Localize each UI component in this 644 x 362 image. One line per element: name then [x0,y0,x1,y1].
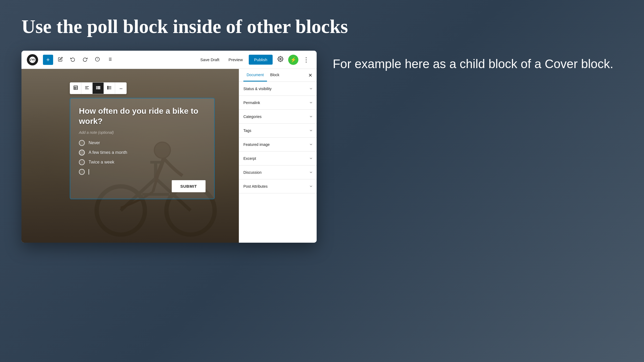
poll-submit-button[interactable]: SUBMIT [172,180,206,192]
bullet-list-icon [107,85,112,91]
chevron-down-icon-4: › [308,143,314,145]
more-dots-icon: ⋮ [303,57,309,63]
poll-block[interactable]: How often do you ride a bike to work? Ad… [70,98,215,199]
poll-option-4[interactable] [79,169,206,175]
block-alignment-toolbar: ··· [70,82,127,94]
sidebar-close-button[interactable]: ✕ [307,71,313,79]
block-list-button[interactable] [105,55,115,65]
sidebar-section-status: Status & visibility › [239,82,317,96]
chevron-down-icon-2: › [308,116,314,117]
sidebar-section-discussion-header[interactable]: Discussion › [239,165,317,179]
chevron-down-icon-3: › [308,130,314,131]
chevron-down-icon-7: › [308,185,314,187]
sidebar-section-categories-header[interactable]: Categories › [239,110,317,123]
jetpack-button[interactable]: ⚡ [288,55,298,65]
side-description-area: For example here as a child block of a C… [333,51,623,72]
poll-note-placeholder[interactable]: Add a note (optional) [79,130,206,135]
info-button[interactable] [92,55,103,65]
settings-button[interactable] [275,55,286,65]
tab-document[interactable]: Document [243,69,267,82]
pencil-icon [58,57,63,63]
align-right-button[interactable] [104,83,115,94]
sidebar-section-post-attributes-label: Post Attributes [243,184,268,189]
table-icon [73,85,78,91]
poll-option-label-2: A few times a month [89,150,127,155]
publish-button[interactable]: Publish [249,55,273,65]
page-title: Use the poll block inside of other block… [21,16,623,37]
radio-never[interactable] [79,140,85,146]
svg-point-9 [280,58,281,60]
sidebar-section-featured-image-label: Featured image [243,142,270,147]
sidebar-section-post-attributes-header[interactable]: Post Attributes › [239,179,317,193]
poll-option-3[interactable]: Twice a week [79,159,206,165]
sidebar-section-tags-label: Tags [243,128,251,133]
sidebar-section-discussion: Discussion › [239,165,317,179]
undo-button[interactable] [68,55,78,65]
edit-button[interactable] [55,55,65,65]
gear-icon [277,56,283,63]
svg-point-34 [107,86,108,87]
close-icon: ✕ [308,73,312,78]
more-block-options-button[interactable]: ··· [115,83,126,94]
radio-custom[interactable] [79,169,85,175]
undo-icon [70,57,75,63]
sidebar-section-permalink-header[interactable]: Permalink › [239,96,317,109]
svg-point-36 [107,88,108,89]
sidebar-section-featured-image-header[interactable]: Featured image › [239,138,317,151]
poll-option-1[interactable]: Never [79,140,206,146]
chevron-down-icon-5: › [308,157,314,159]
redo-icon [83,57,87,63]
tab-block[interactable]: Block [267,69,283,82]
content-area: + [21,51,623,351]
sidebar-section-categories-label: Categories [243,114,262,119]
sidebar-section-tags-header[interactable]: Tags › [239,124,317,137]
svg-rect-18 [74,86,78,90]
more-options-button[interactable]: ⋮ [301,55,311,65]
sidebar-section-tags: Tags › [239,124,317,138]
wordpress-logo [27,54,38,65]
info-icon [95,57,100,63]
list-icon [107,57,112,63]
lightning-icon: ⚡ [290,57,296,63]
ellipsis-icon: ··· [119,85,122,91]
sidebar-section-categories: Categories › [239,110,317,124]
editor-body: ··· How often do you ride a bike to work… [21,69,317,243]
sidebar-section-status-label: Status & visibility [243,87,272,91]
sidebar-section-post-attributes: Post Attributes › [239,179,317,193]
chevron-down-icon-6: › [308,171,314,173]
align-left-button[interactable] [81,83,93,94]
list-numbered-icon [96,85,101,91]
align-wide-button[interactable] [70,83,81,94]
plus-icon: + [46,56,50,63]
align-left-icon [85,85,89,91]
text-cursor [89,169,89,175]
svg-rect-26 [97,86,100,87]
sidebar-section-featured-image: Featured image › [239,138,317,152]
sidebar-section-excerpt-label: Excerpt [243,156,256,161]
add-block-button[interactable]: + [43,55,53,65]
editor-sidebar: Document Block ✕ Status & visibility › P… [239,69,317,243]
redo-button[interactable] [80,55,90,65]
poll-option-label-3: Twice a week [89,160,114,165]
poll-option-2[interactable]: A few times a month [79,150,206,156]
poll-question: How often do you ride a bike to work? [79,106,206,126]
sidebar-section-excerpt-header[interactable]: Excerpt › [239,152,317,165]
radio-few-times[interactable] [79,150,85,156]
preview-button[interactable]: Preview [225,55,246,64]
align-center-button[interactable] [93,83,104,94]
sidebar-section-permalink: Permalink › [239,96,317,110]
radio-twice-week[interactable] [79,159,85,165]
chevron-down-icon-0: › [308,88,314,90]
svg-point-35 [107,87,108,88]
svg-rect-30 [97,88,100,89]
sidebar-section-status-header[interactable]: Status & visibility › [239,82,317,95]
svg-rect-28 [97,87,100,88]
sidebar-section-discussion-label: Discussion [243,170,262,175]
toolbar-right: Save Draft Preview Publish ⚡ ⋮ [197,55,311,65]
chevron-down-icon-1: › [308,102,314,104]
svg-rect-25 [96,86,97,87]
svg-rect-29 [96,88,97,89]
cover-background: ··· How often do you ride a bike to work… [21,69,239,243]
save-draft-button[interactable]: Save Draft [197,55,223,64]
svg-rect-27 [96,87,97,88]
